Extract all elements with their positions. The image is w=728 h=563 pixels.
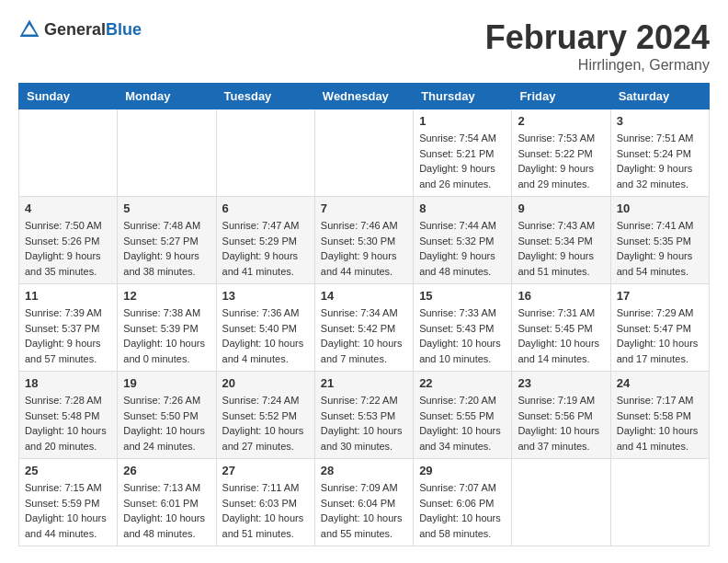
day-number: 12 bbox=[123, 289, 210, 303]
day-info: Sunrise: 7:09 AM Sunset: 6:04 PM Dayligh… bbox=[321, 480, 407, 541]
logo: GeneralBlue bbox=[18, 18, 142, 40]
day-cell: 4Sunrise: 7:50 AM Sunset: 5:26 PM Daylig… bbox=[19, 197, 118, 284]
day-cell: 19Sunrise: 7:26 AM Sunset: 5:50 PM Dayli… bbox=[118, 372, 216, 459]
day-number: 20 bbox=[222, 376, 309, 390]
day-info: Sunrise: 7:13 AM Sunset: 6:01 PM Dayligh… bbox=[123, 480, 210, 541]
day-cell bbox=[610, 459, 709, 546]
day-number: 3 bbox=[617, 114, 703, 128]
day-info: Sunrise: 7:20 AM Sunset: 5:55 PM Dayligh… bbox=[419, 393, 506, 454]
day-number: 5 bbox=[123, 201, 210, 215]
day-info: Sunrise: 7:41 AM Sunset: 5:35 PM Dayligh… bbox=[617, 218, 703, 279]
col-header-sunday: Sunday bbox=[19, 84, 118, 109]
day-cell: 27Sunrise: 7:11 AM Sunset: 6:03 PM Dayli… bbox=[216, 459, 314, 546]
day-number: 4 bbox=[25, 201, 111, 215]
calendar-body: 1Sunrise: 7:54 AM Sunset: 5:21 PM Daylig… bbox=[19, 109, 710, 546]
day-info: Sunrise: 7:29 AM Sunset: 5:47 PM Dayligh… bbox=[617, 305, 703, 366]
day-number: 9 bbox=[518, 201, 604, 215]
day-cell: 1Sunrise: 7:54 AM Sunset: 5:21 PM Daylig… bbox=[414, 109, 512, 197]
day-cell: 13Sunrise: 7:36 AM Sunset: 5:40 PM Dayli… bbox=[216, 284, 314, 372]
day-cell: 7Sunrise: 7:46 AM Sunset: 5:30 PM Daylig… bbox=[314, 197, 413, 284]
col-header-wednesday: Wednesday bbox=[314, 84, 413, 109]
day-number: 13 bbox=[222, 289, 309, 303]
col-header-saturday: Saturday bbox=[610, 84, 709, 109]
day-info: Sunrise: 7:31 AM Sunset: 5:45 PM Dayligh… bbox=[518, 305, 604, 366]
day-info: Sunrise: 7:15 AM Sunset: 5:59 PM Dayligh… bbox=[25, 480, 111, 541]
day-cell: 23Sunrise: 7:19 AM Sunset: 5:56 PM Dayli… bbox=[512, 372, 610, 459]
day-cell: 6Sunrise: 7:47 AM Sunset: 5:29 PM Daylig… bbox=[216, 197, 314, 284]
day-number: 24 bbox=[617, 376, 703, 390]
day-number: 22 bbox=[419, 376, 506, 390]
day-number: 6 bbox=[222, 201, 309, 215]
day-cell: 11Sunrise: 7:39 AM Sunset: 5:37 PM Dayli… bbox=[19, 284, 118, 372]
location-title: Hirrlingen, Germany bbox=[485, 57, 710, 74]
day-number: 17 bbox=[617, 289, 703, 303]
col-header-thursday: Thursday bbox=[414, 84, 512, 109]
day-info: Sunrise: 7:53 AM Sunset: 5:22 PM Dayligh… bbox=[518, 131, 604, 191]
day-cell: 8Sunrise: 7:44 AM Sunset: 5:32 PM Daylig… bbox=[414, 197, 512, 284]
logo-text-general: General bbox=[44, 20, 106, 39]
calendar-table: SundayMondayTuesdayWednesdayThursdayFrid… bbox=[18, 83, 710, 546]
day-cell: 12Sunrise: 7:38 AM Sunset: 5:39 PM Dayli… bbox=[118, 284, 216, 372]
col-header-friday: Friday bbox=[512, 84, 610, 109]
day-info: Sunrise: 7:48 AM Sunset: 5:27 PM Dayligh… bbox=[123, 218, 210, 279]
day-cell: 10Sunrise: 7:41 AM Sunset: 5:35 PM Dayli… bbox=[610, 197, 709, 284]
day-cell: 3Sunrise: 7:51 AM Sunset: 5:24 PM Daylig… bbox=[610, 109, 709, 197]
day-number: 7 bbox=[321, 201, 407, 215]
logo-icon bbox=[18, 18, 40, 40]
day-cell: 24Sunrise: 7:17 AM Sunset: 5:58 PM Dayli… bbox=[610, 372, 709, 459]
day-cell: 26Sunrise: 7:13 AM Sunset: 6:01 PM Dayli… bbox=[118, 459, 216, 546]
day-info: Sunrise: 7:46 AM Sunset: 5:30 PM Dayligh… bbox=[321, 218, 407, 279]
day-number: 26 bbox=[123, 464, 210, 477]
day-info: Sunrise: 7:54 AM Sunset: 5:21 PM Dayligh… bbox=[419, 131, 506, 191]
day-number: 19 bbox=[123, 376, 210, 390]
day-cell: 20Sunrise: 7:24 AM Sunset: 5:52 PM Dayli… bbox=[216, 372, 314, 459]
week-row-3: 11Sunrise: 7:39 AM Sunset: 5:37 PM Dayli… bbox=[19, 284, 710, 372]
day-number: 21 bbox=[321, 376, 407, 390]
week-row-5: 25Sunrise: 7:15 AM Sunset: 5:59 PM Dayli… bbox=[19, 459, 710, 546]
day-number: 28 bbox=[321, 464, 407, 477]
day-info: Sunrise: 7:33 AM Sunset: 5:43 PM Dayligh… bbox=[419, 305, 506, 366]
day-info: Sunrise: 7:44 AM Sunset: 5:32 PM Dayligh… bbox=[419, 218, 506, 279]
month-title: February 2024 bbox=[485, 18, 710, 57]
header: GeneralBlue February 2024 Hirrlingen, Ge… bbox=[18, 18, 710, 74]
day-info: Sunrise: 7:38 AM Sunset: 5:39 PM Dayligh… bbox=[123, 305, 210, 366]
title-area: February 2024 Hirrlingen, Germany bbox=[485, 18, 710, 74]
logo-text-blue: Blue bbox=[106, 20, 142, 39]
day-number: 1 bbox=[419, 114, 506, 128]
day-cell: 17Sunrise: 7:29 AM Sunset: 5:47 PM Dayli… bbox=[610, 284, 709, 372]
day-info: Sunrise: 7:24 AM Sunset: 5:52 PM Dayligh… bbox=[222, 393, 309, 454]
day-number: 15 bbox=[419, 289, 506, 303]
day-cell: 25Sunrise: 7:15 AM Sunset: 5:59 PM Dayli… bbox=[19, 459, 118, 546]
day-number: 25 bbox=[25, 464, 111, 477]
day-info: Sunrise: 7:50 AM Sunset: 5:26 PM Dayligh… bbox=[25, 218, 111, 279]
header-row: SundayMondayTuesdayWednesdayThursdayFrid… bbox=[19, 84, 710, 109]
day-cell bbox=[216, 109, 314, 197]
week-row-4: 18Sunrise: 7:28 AM Sunset: 5:48 PM Dayli… bbox=[19, 372, 710, 459]
day-info: Sunrise: 7:26 AM Sunset: 5:50 PM Dayligh… bbox=[123, 393, 210, 454]
day-cell: 14Sunrise: 7:34 AM Sunset: 5:42 PM Dayli… bbox=[314, 284, 413, 372]
day-info: Sunrise: 7:34 AM Sunset: 5:42 PM Dayligh… bbox=[321, 305, 407, 366]
day-info: Sunrise: 7:11 AM Sunset: 6:03 PM Dayligh… bbox=[222, 480, 309, 541]
day-number: 14 bbox=[321, 289, 407, 303]
day-number: 8 bbox=[419, 201, 506, 215]
day-cell bbox=[118, 109, 216, 197]
day-info: Sunrise: 7:19 AM Sunset: 5:56 PM Dayligh… bbox=[518, 393, 604, 454]
day-number: 10 bbox=[617, 201, 703, 215]
day-cell: 16Sunrise: 7:31 AM Sunset: 5:45 PM Dayli… bbox=[512, 284, 610, 372]
day-info: Sunrise: 7:22 AM Sunset: 5:53 PM Dayligh… bbox=[321, 393, 407, 454]
day-cell: 22Sunrise: 7:20 AM Sunset: 5:55 PM Dayli… bbox=[414, 372, 512, 459]
day-info: Sunrise: 7:17 AM Sunset: 5:58 PM Dayligh… bbox=[617, 393, 703, 454]
day-info: Sunrise: 7:07 AM Sunset: 6:06 PM Dayligh… bbox=[419, 480, 506, 541]
col-header-monday: Monday bbox=[118, 84, 216, 109]
day-cell: 2Sunrise: 7:53 AM Sunset: 5:22 PM Daylig… bbox=[512, 109, 610, 197]
day-cell: 28Sunrise: 7:09 AM Sunset: 6:04 PM Dayli… bbox=[314, 459, 413, 546]
day-info: Sunrise: 7:43 AM Sunset: 5:34 PM Dayligh… bbox=[518, 218, 604, 279]
day-info: Sunrise: 7:28 AM Sunset: 5:48 PM Dayligh… bbox=[25, 393, 111, 454]
calendar-header: SundayMondayTuesdayWednesdayThursdayFrid… bbox=[19, 84, 710, 109]
day-info: Sunrise: 7:36 AM Sunset: 5:40 PM Dayligh… bbox=[222, 305, 309, 366]
day-info: Sunrise: 7:51 AM Sunset: 5:24 PM Dayligh… bbox=[617, 131, 703, 191]
week-row-2: 4Sunrise: 7:50 AM Sunset: 5:26 PM Daylig… bbox=[19, 197, 710, 284]
day-cell: 29Sunrise: 7:07 AM Sunset: 6:06 PM Dayli… bbox=[414, 459, 512, 546]
day-number: 16 bbox=[518, 289, 604, 303]
day-cell bbox=[512, 459, 610, 546]
